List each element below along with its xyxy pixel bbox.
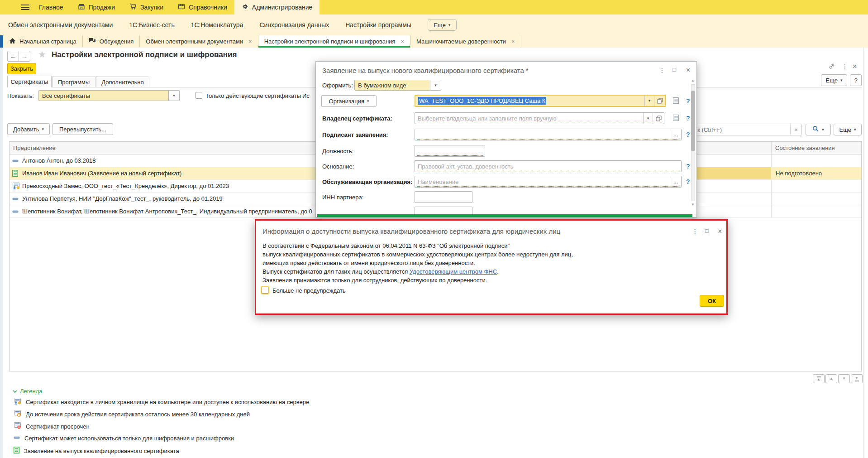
chevron-down-icon[interactable]: ▾	[644, 96, 654, 106]
kebab-menu-icon[interactable]: ⋮	[842, 63, 848, 70]
help-icon[interactable]: ?	[686, 178, 690, 185]
add-button[interactable]: Добавить▾	[7, 123, 50, 135]
funcstrip-item-nomenclature[interactable]: 1С:Номенклатура	[191, 21, 243, 29]
help-icon[interactable]: ?	[686, 163, 690, 170]
triangle-up-icon: ▲	[817, 378, 820, 381]
certificate-personal-icon	[12, 183, 22, 189]
funcstrip-item-sync[interactable]: Синхронизация данных	[259, 21, 329, 29]
help-icon[interactable]: ?	[686, 115, 690, 122]
tab-edo-exchange[interactable]: Обмен электронными документами ×	[140, 35, 258, 48]
more-label: Еще	[826, 77, 838, 84]
chevron-down-icon: ▾	[854, 128, 856, 132]
issue-mode-label: Оформить:	[322, 82, 353, 89]
organization-field[interactable]: WA_TEST_OOO_1С-ЭДО ПРОДАВЕЦ Саша К ▾	[415, 95, 666, 107]
close-form-button[interactable]: Закрыть	[7, 63, 36, 74]
maximize-icon[interactable]: □	[705, 228, 709, 234]
menu-item-sales[interactable]: Продажи	[71, 0, 122, 14]
only-valid-checkbox[interactable]	[196, 92, 202, 99]
link-icon[interactable]	[828, 63, 835, 72]
tab-additional[interactable]: Дополнительно	[96, 77, 149, 87]
funcstrip-item-edo[interactable]: Обмен электронными документами	[8, 21, 113, 29]
notes-icon[interactable]	[672, 114, 679, 123]
owner-label: Владелец сертификата:	[322, 115, 392, 122]
menu-item-main[interactable]: Главное	[32, 0, 71, 14]
search-input[interactable]	[681, 124, 790, 135]
partner-inn-field[interactable]	[415, 191, 472, 203]
scroll-down-icon[interactable]: ▼	[691, 203, 695, 207]
position-label: Должность:	[322, 148, 353, 154]
info-line: Заявления принимаются только для сотрудн…	[262, 277, 487, 284]
help-icon[interactable]: ?	[686, 97, 690, 105]
scroll-last-button[interactable]: ▼	[851, 374, 863, 383]
signer-field[interactable]: ...	[415, 129, 682, 140]
chevron-down-icon[interactable]: ▾	[168, 91, 179, 101]
back-button[interactable]: ←	[7, 51, 19, 62]
show-filter-dropdown[interactable]: Все сертификаты ▾	[38, 90, 180, 101]
help-icon[interactable]: ?	[686, 131, 690, 138]
maximize-icon[interactable]: □	[672, 67, 676, 72]
tab-signature-settings[interactable]: Настройки электронной подписи и шифрован…	[258, 35, 410, 48]
window-close-icon[interactable]: ×	[853, 63, 857, 70]
column-header-status[interactable]: Состояние заявления	[771, 142, 861, 154]
help-button[interactable]: ?	[850, 74, 862, 86]
tab-machine-readable-poa[interactable]: Машиночитаемые доверенности ×	[410, 35, 521, 48]
encrypt-only-icon	[12, 196, 22, 202]
org-type-selector[interactable]: Организация▾	[321, 95, 377, 107]
hamburger-menu-icon[interactable]	[21, 4, 30, 10]
search-button[interactable]: ▾	[806, 124, 831, 135]
kebab-menu-icon[interactable]: ⋮	[659, 67, 665, 73]
show-label: Показать:	[7, 92, 34, 99]
chevron-down-icon: ▾	[367, 99, 369, 103]
open-icon[interactable]	[654, 96, 665, 106]
scrollbar-thumb[interactable]	[691, 91, 695, 151]
favorite-star-icon[interactable]: ★	[38, 49, 46, 60]
scroll-up-button[interactable]: ▲	[825, 374, 837, 383]
menu-item-catalogs[interactable]: Справочники	[171, 0, 234, 14]
funcstrip-item-settings[interactable]: Настройки программы	[345, 21, 411, 29]
owner-field[interactable]: Выберите владельца или заполните поля вр…	[415, 112, 664, 124]
kebab-menu-icon[interactable]: ⋮	[692, 228, 698, 235]
tab-close-icon[interactable]: ×	[511, 38, 515, 45]
fns-ca-link[interactable]: Удостоверяющим центром ФНС	[410, 268, 497, 275]
forward-button[interactable]: →	[19, 51, 30, 62]
only-valid-label: Только действующие сертификаты	[205, 92, 301, 99]
funcstrip-more-button[interactable]: Еще▾	[428, 19, 457, 31]
chevron-down-icon[interactable]: ▾	[430, 80, 441, 90]
application-icon	[14, 447, 19, 455]
legend-title: Легенда	[20, 388, 42, 395]
ok-button[interactable]: ОК	[700, 295, 724, 307]
position-field[interactable]	[415, 145, 485, 157]
ellipsis-button[interactable]: ...	[670, 176, 681, 187]
notes-icon[interactable]	[672, 97, 679, 106]
clear-search-icon[interactable]: ×	[790, 124, 801, 135]
scroll-down-button[interactable]: ▼	[838, 374, 850, 383]
scroll-first-button[interactable]: ▲	[813, 374, 825, 383]
close-icon[interactable]: ×	[686, 67, 690, 74]
menu-item-administration[interactable]: Администрирование	[234, 0, 320, 14]
chevron-down-icon[interactable]: ▾	[643, 113, 653, 124]
page-title: Настройки электронной подписи и шифрован…	[52, 50, 237, 59]
list-more-button[interactable]: Еще▾	[834, 124, 862, 135]
menu-item-purchases[interactable]: Закупки	[122, 0, 171, 14]
funcstrip-item-business-network[interactable]: 1С:Бизнес-сеть	[129, 21, 174, 29]
tab-programs[interactable]: Программы	[52, 77, 95, 87]
progress-bar	[317, 214, 692, 217]
open-icon[interactable]	[653, 113, 664, 124]
triangle-down-icon: ▼	[855, 376, 858, 380]
encrypt-only-icon	[14, 434, 20, 442]
service-org-field[interactable]: Наименование ...	[415, 176, 682, 188]
legend-toggle[interactable]: Легенда	[13, 388, 42, 395]
tab-close-icon[interactable]: ×	[401, 38, 404, 45]
dont-warn-checkbox[interactable]	[262, 287, 268, 294]
tab-close-icon[interactable]: ×	[248, 38, 252, 45]
tab-home[interactable]: Начальная страница	[3, 35, 83, 48]
scroll-up-icon[interactable]: ▲	[691, 79, 695, 82]
basis-field[interactable]: Правовой акт, устав, доверенность	[415, 160, 682, 172]
tab-certificates[interactable]: Сертификаты	[7, 76, 52, 87]
reissue-button[interactable]: Перевыпустить...	[52, 123, 113, 135]
close-icon[interactable]: ×	[718, 228, 722, 235]
form-more-button[interactable]: Еще▾	[821, 74, 847, 86]
tab-discussions[interactable]: Обсуждения	[83, 35, 140, 48]
ellipsis-button[interactable]: ...	[670, 129, 681, 140]
issue-mode-dropdown[interactable]: В бумажном виде ▾	[354, 80, 441, 91]
